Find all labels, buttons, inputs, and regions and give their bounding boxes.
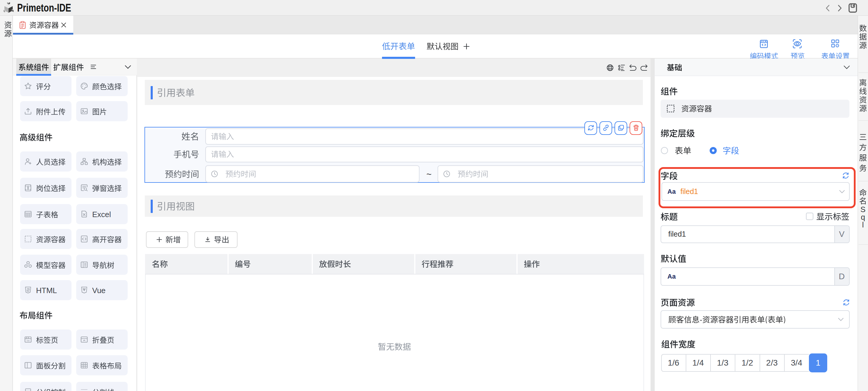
svg-text:Tab: Tab <box>26 339 30 342</box>
